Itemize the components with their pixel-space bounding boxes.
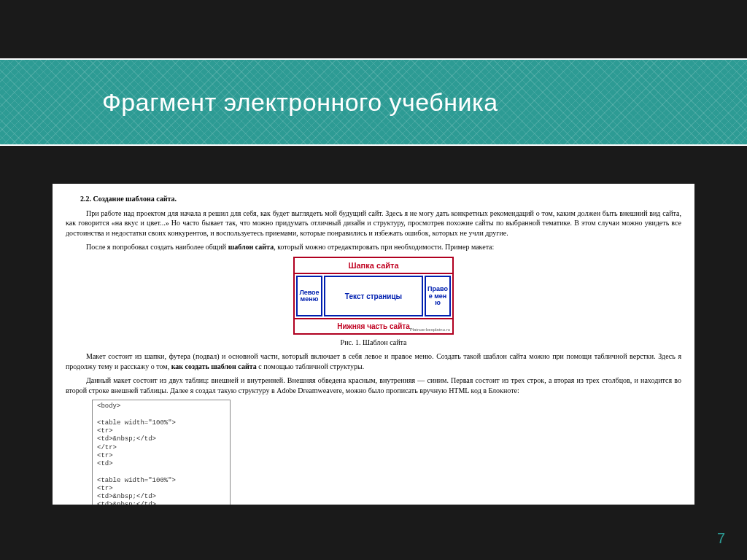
site-layout-diagram: Шапка сайта Левое меню Текст страницы Пр… (293, 257, 454, 335)
layout-center: Текст страницы (324, 276, 423, 316)
paragraph-tables: Данный макет состоит из двух таблиц: вне… (66, 376, 681, 395)
page-number: 7 (717, 530, 725, 547)
p2-bold: шаблон сайта (228, 243, 274, 251)
layout-right-menu: Правое меню (425, 276, 451, 316)
layout-footer-text: Нижняя часть сайта (337, 322, 410, 330)
figure-caption: Рис. 1. Шаблон сайта (66, 338, 681, 348)
p3-after: с помощью табличной структуры. (257, 362, 365, 370)
slide: Фрагмент электронного учебника 2.2. Созд… (0, 0, 747, 560)
p3-bold: как создать шаблон сайта (171, 362, 257, 370)
p2-after: , который можно отредактировать при необ… (274, 243, 494, 251)
document-fragment: 2.2. Создание шаблона сайта. При работе … (53, 184, 694, 505)
code-snippet: <body> <table width="100%"> <tr> <td>&nb… (92, 400, 231, 505)
section-heading: 2.2. Создание шаблона сайта. (80, 194, 681, 204)
title-band: Фрагмент электронного учебника (0, 58, 747, 146)
layout-footer: Нижняя часть сайта Platnoe-besplatno.ru (295, 318, 452, 333)
layout-left-menu: Левое меню (296, 276, 322, 316)
p2-before: После я попробовал создать наиболее общи… (86, 243, 228, 251)
slide-title: Фрагмент электронного учебника (102, 88, 498, 117)
paragraph-intro: При работе над проектом для начала я реш… (66, 209, 681, 238)
layout-watermark: Platnoe-besplatno.ru (410, 327, 450, 332)
layout-body: Левое меню Текст страницы Правое меню (295, 274, 452, 318)
layout-header: Шапка сайта (295, 258, 452, 275)
paragraph-layout-desc: Макет состоит из шапки, футера (подвал) … (66, 351, 681, 371)
p3-before: Макет состоит из шапки, футера (подвал) … (66, 352, 681, 370)
paragraph-template: После я попробовал создать наиболее общи… (66, 242, 681, 252)
